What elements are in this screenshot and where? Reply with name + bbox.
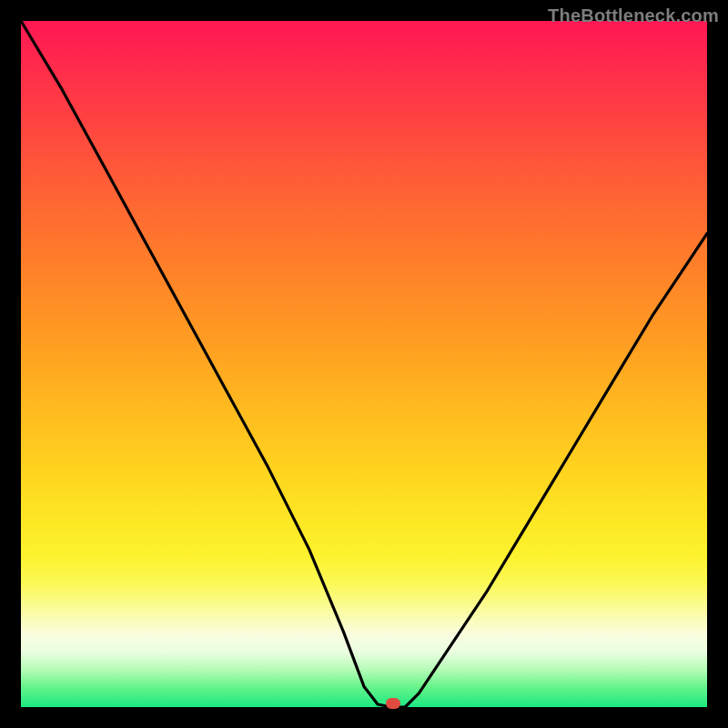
- chart-area: [21, 21, 707, 707]
- optimum-marker: [386, 698, 400, 709]
- bottleneck-curve: [21, 21, 707, 707]
- watermark-text: TheBottleneck.com: [548, 5, 719, 26]
